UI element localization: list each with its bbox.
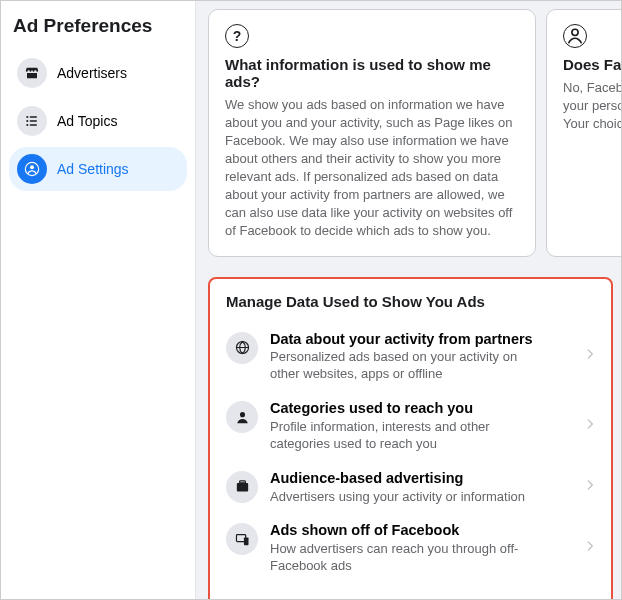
svg-rect-1 bbox=[30, 116, 37, 117]
svg-rect-11 bbox=[236, 483, 247, 492]
card-title: What information is used to show me ads? bbox=[225, 56, 519, 90]
svg-rect-5 bbox=[30, 124, 37, 125]
chevron-right-icon bbox=[583, 478, 597, 496]
card-body: No, Facebook doesn't sell your personal … bbox=[563, 79, 621, 133]
avatar-shield-icon bbox=[17, 154, 47, 184]
devices-icon bbox=[226, 523, 258, 555]
option-title: Audience-based advertising bbox=[270, 469, 545, 488]
person-solid-icon bbox=[226, 401, 258, 433]
option-title: Categories used to reach you bbox=[270, 399, 545, 418]
chevron-right-icon bbox=[583, 539, 597, 557]
sidebar-item-advertisers[interactable]: Advertisers bbox=[9, 51, 187, 95]
sidebar: Ad Preferences Advertisers Ad Topics Ad … bbox=[1, 1, 196, 599]
option-audience-advertising[interactable]: Audience-based advertising Advertisers u… bbox=[224, 461, 599, 514]
svg-rect-13 bbox=[243, 537, 248, 545]
option-desc: Profile information, interests and other… bbox=[270, 419, 545, 453]
option-title: Ads shown off of Facebook bbox=[270, 521, 545, 540]
info-cards-row: ? What information is used to show me ad… bbox=[208, 9, 621, 257]
storefront-icon bbox=[17, 58, 47, 88]
svg-point-4 bbox=[26, 124, 28, 126]
sidebar-item-label: Advertisers bbox=[57, 65, 127, 81]
sidebar-item-label: Ad Topics bbox=[57, 113, 117, 129]
option-title: Data about your activity from partners bbox=[270, 330, 545, 349]
card-body: We show you ads based on information we … bbox=[225, 96, 519, 240]
briefcase-icon bbox=[226, 471, 258, 503]
manage-data-section: Manage Data Used to Show You Ads Data ab… bbox=[208, 277, 613, 600]
chevron-right-icon bbox=[583, 347, 597, 365]
list-icon bbox=[17, 106, 47, 136]
manage-data-title: Manage Data Used to Show You Ads bbox=[226, 293, 599, 310]
option-activity-from-partners[interactable]: Data about your activity from partners P… bbox=[224, 322, 599, 392]
option-categories[interactable]: Categories used to reach you Profile inf… bbox=[224, 391, 599, 461]
card-title: Does Fa bbox=[563, 56, 621, 73]
main-content: ? What information is used to show me ad… bbox=[196, 1, 621, 599]
svg-point-2 bbox=[26, 120, 28, 122]
chevron-right-icon bbox=[583, 417, 597, 435]
svg-point-8 bbox=[572, 29, 578, 35]
info-card-secondary[interactable]: Does Fa No, Facebook doesn't sell your p… bbox=[546, 9, 621, 257]
sidebar-item-ad-settings[interactable]: Ad Settings bbox=[9, 147, 187, 191]
sidebar-item-label: Ad Settings bbox=[57, 161, 129, 177]
info-card-what-data[interactable]: ? What information is used to show me ad… bbox=[208, 9, 536, 257]
svg-point-10 bbox=[239, 412, 244, 417]
sidebar-item-ad-topics[interactable]: Ad Topics bbox=[9, 99, 187, 143]
svg-rect-3 bbox=[30, 120, 37, 121]
globe-icon bbox=[226, 332, 258, 364]
svg-point-7 bbox=[30, 165, 34, 169]
option-desc: How advertisers can reach you through of… bbox=[270, 541, 545, 575]
question-icon: ? bbox=[225, 24, 249, 48]
page-title: Ad Preferences bbox=[13, 15, 183, 37]
option-ads-off-facebook[interactable]: Ads shown off of Facebook How advertiser… bbox=[224, 513, 599, 583]
svg-point-0 bbox=[26, 116, 28, 118]
option-desc: Advertisers using your activity or infor… bbox=[270, 489, 545, 506]
option-desc: Personalized ads based on your activity … bbox=[270, 349, 545, 383]
person-icon bbox=[563, 24, 587, 48]
